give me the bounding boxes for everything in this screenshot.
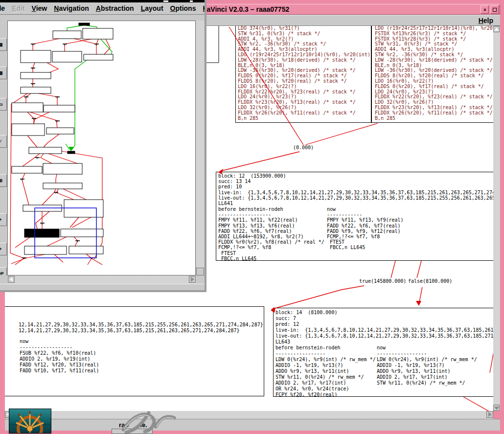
graph-node[interactable] — [64, 200, 103, 217]
right-arrow-icon — [191, 277, 194, 282]
flow-edge — [391, 261, 395, 278]
edit-mode-icon[interactable]: ∕ — [0, 135, 7, 148]
davinci-logo-icon[interactable] — [9, 409, 51, 434]
assembly-text: LDO (r19r24r25r17r12r1r10r14)(%r0), %r20… — [375, 26, 493, 121]
window-frame-right — [500, 15, 504, 431]
before-column-text: before bernstein-rodeh -----------------… — [218, 206, 324, 261]
overview-edge — [57, 189, 74, 200]
graph-node-filled[interactable] — [24, 229, 59, 237]
save-graph-icon[interactable]: ▤ — [0, 67, 7, 79]
window-frame-bottom — [0, 431, 504, 434]
block-14-node[interactable]: block: 14 (8100.000) succ: 7 pred: 12 li… — [273, 308, 493, 397]
overview-vertical-scrollbar[interactable] — [196, 21, 204, 268]
overview-edge — [92, 258, 102, 265]
top-node-left-column[interactable]: LDO 374(%r0), %r31(?) STW %r31, 0(%r3) /… — [235, 26, 371, 123]
titlebar-mark — [190, 0, 193, 2]
overview-edge — [86, 254, 92, 265]
graph-node[interactable] — [53, 31, 81, 39]
menu-file[interactable]: File — [0, 4, 5, 12]
overview-scroll-corner[interactable] — [196, 268, 204, 275]
overview-toolbar: ▤▤▭∕⊞++OP — [0, 15, 7, 275]
top-node-right-column[interactable]: LDO (r19r24r25r17r12r1r10r14)(%r0), %r20… — [371, 26, 493, 123]
overview-edge — [56, 174, 57, 183]
flow-edge — [272, 286, 364, 309]
overview-edge-green — [86, 25, 97, 28]
print-icon[interactable]: ▭ — [0, 98, 7, 111]
scroll-left-button[interactable] — [8, 276, 15, 283]
overview-edge — [47, 237, 67, 246]
graph-node[interactable] — [12, 103, 43, 112]
overview-window: FileEditViewNavigationAbstractionLayoutO… — [0, 0, 206, 292]
menu-view[interactable]: View — [32, 4, 47, 12]
scroll-up-button[interactable] — [493, 26, 500, 32]
graph-node[interactable] — [43, 163, 82, 174]
scroll-right-button[interactable] — [486, 411, 493, 418]
graph-node[interactable] — [21, 87, 51, 93]
graph-node[interactable] — [46, 128, 74, 134]
menu-abstraction[interactable]: Abstraction — [96, 4, 134, 12]
op-icon[interactable]: OP — [0, 267, 7, 275]
menu-help[interactable]: Help — [479, 17, 493, 24]
titlebar-mark — [163, 0, 168, 2]
graph-node-filled[interactable] — [79, 23, 90, 25]
menu-layout[interactable]: Layout — [141, 4, 163, 12]
left-arrow-icon — [9, 277, 13, 282]
overview-menubar: FileEditViewNavigationAbstractionLayoutO… — [0, 2, 205, 15]
before-column-text: before bernstein-rodeh -----------------… — [275, 345, 376, 397]
tile-windows-icon[interactable]: ⊞ — [0, 174, 7, 187]
maximize-icon — [493, 8, 497, 12]
graph-node[interactable] — [83, 28, 113, 39]
scroll-down-button[interactable] — [493, 405, 500, 411]
minimize-button[interactable] — [481, 5, 489, 14]
overview-bottom-panel — [0, 284, 205, 290]
menu-options[interactable]: Options — [170, 4, 196, 12]
scroll-right-button[interactable] — [189, 276, 196, 283]
overview-edge — [42, 189, 56, 205]
zoom-fit-icon[interactable]: + — [0, 243, 7, 255]
right-arrow-icon — [488, 412, 492, 417]
graph-node[interactable] — [21, 50, 51, 63]
graph-node[interactable] — [21, 72, 51, 79]
overview-graph-layer — [8, 21, 196, 275]
vertical-scrollbar[interactable] — [493, 26, 500, 411]
menu-edit[interactable]: Edit — [12, 4, 24, 12]
overview-edge — [10, 93, 27, 265]
overview-edge — [72, 217, 91, 228]
horizontal-scrollbar[interactable] — [5, 411, 493, 419]
maximize-button[interactable] — [490, 5, 499, 14]
overview-horizontal-scrollbar[interactable] — [7, 275, 196, 284]
graph-node[interactable] — [43, 183, 82, 189]
edge-arrowhead-icon — [416, 301, 421, 306]
overview-edge — [27, 136, 37, 147]
graph-node[interactable] — [24, 246, 67, 254]
graph-node[interactable] — [12, 166, 42, 173]
overview-edge — [96, 39, 98, 44]
window-title: daVinci V2.0.3 – raaa07752 — [203, 5, 289, 13]
live-set-text: 12,14,21,27,29,30,32,33,34,35,36,37,63,1… — [19, 322, 263, 334]
zoom-in-icon[interactable]: + — [0, 213, 7, 226]
block-12-node[interactable]: block: 12 (153900.000) succ: 13 14 pred:… — [216, 172, 493, 261]
graph-node[interactable] — [52, 51, 82, 62]
now-column-text: now ----------------- LDW 0(%r24), %r9(i… — [377, 345, 477, 386]
graph-node[interactable] — [84, 54, 113, 60]
overview-edge — [65, 39, 91, 51]
overview-edge — [22, 173, 29, 205]
menu-navigation[interactable]: Navigation — [54, 4, 89, 12]
flow-edge — [463, 397, 489, 411]
overview-edge — [26, 93, 31, 103]
overview-edge — [23, 154, 40, 166]
graph-node[interactable] — [69, 246, 103, 254]
up-arrow-icon — [494, 27, 499, 31]
overview-edge — [33, 63, 35, 72]
menu-help[interactable]: Help — [203, 4, 205, 12]
assembly-text: LDO 374(%r0), %r31(?) STW %r31, 0(%r3) /… — [238, 26, 370, 121]
graph-node[interactable] — [61, 229, 103, 237]
graph-node[interactable] — [12, 124, 45, 136]
open-file-icon[interactable]: ▤ — [0, 38, 7, 51]
graph-node[interactable] — [44, 105, 75, 112]
overview-edge — [47, 63, 58, 72]
graph-node[interactable] — [29, 147, 62, 154]
overview-graph-canvas[interactable] — [7, 21, 196, 275]
overview-edge — [48, 154, 79, 164]
graph-node-filled[interactable] — [68, 151, 75, 154]
